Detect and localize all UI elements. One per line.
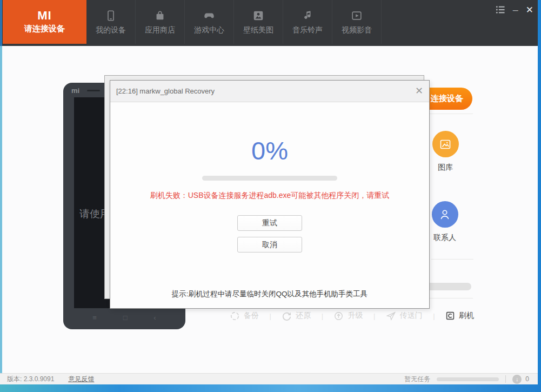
window-edge-left <box>0 46 2 373</box>
retry-button[interactable]: 重试 <box>237 215 302 231</box>
tab-wallpapers[interactable]: 壁纸美图 <box>234 0 283 44</box>
task-progress-bar <box>437 377 499 381</box>
dialog-title: [22:16] markw_global Recovery <box>116 81 215 102</box>
dialog-titlebar[interactable]: [22:16] markw_global Recovery ✕ <box>110 81 429 102</box>
top-nav-bar: MI 请连接设备 我的设备 应用商店 游戏中心 <box>0 0 541 46</box>
window-edge-right <box>538 0 541 384</box>
tab-connect-device-label: 请连接设备 <box>24 24 65 34</box>
tab-label: 视频影音 <box>342 25 372 35</box>
paper-plane-icon <box>386 311 396 321</box>
upgrade-icon <box>333 311 344 321</box>
tab-music[interactable]: 音乐铃声 <box>283 0 332 44</box>
divider <box>505 375 506 383</box>
no-task-label: 暂无任务 <box>404 375 430 384</box>
phone-mi-logo: mi <box>71 87 79 95</box>
video-icon <box>351 9 363 22</box>
progress-percent: 0% <box>110 136 429 165</box>
toolbar-separator: | <box>433 312 435 320</box>
version-label: 版本: 2.3.0.9091 <box>7 375 54 384</box>
sidebar-item-gallery[interactable]: 图库 <box>424 131 467 172</box>
toolbar-restore-button[interactable]: 还原 <box>282 311 311 321</box>
tab-connect-device[interactable]: MI 请连接设备 <box>3 0 86 44</box>
wallpaper-icon <box>252 9 264 22</box>
tab-label: 壁纸美图 <box>243 25 273 35</box>
bottom-toolbar: 备份 | 还原 | 升级 | 传送门 | 刷机 <box>230 308 474 323</box>
toolbar-label: 备份 <box>244 311 259 321</box>
tab-app-store[interactable]: 应用商店 <box>136 0 185 44</box>
phone-back-icon: ‹ <box>153 314 156 322</box>
phone-home-icon: □ <box>123 314 128 322</box>
person-icon <box>438 208 452 222</box>
toolbar-label: 传送门 <box>400 311 423 321</box>
gallery-circle <box>432 131 459 157</box>
toolbar-separator: | <box>322 312 323 320</box>
flash-progress-dialog: [22:16] markw_global Recovery ✕ 0% 刷机失败：… <box>110 80 430 309</box>
taskbar-strip <box>0 384 541 392</box>
phone-speaker <box>87 90 100 91</box>
toolbar-separator: | <box>269 312 271 320</box>
tab-label: 我的设备 <box>96 25 126 35</box>
download-icon[interactable]: ↓ <box>512 375 522 384</box>
restore-icon <box>282 311 292 321</box>
phone-icon <box>105 9 117 22</box>
toolbar-label: 还原 <box>296 311 311 321</box>
mi-logo: MI <box>37 10 51 22</box>
app-window: MI 请连接设备 我的设备 应用商店 游戏中心 <box>0 0 541 392</box>
nav-tabs: 我的设备 应用商店 游戏中心 壁纸美图 <box>86 0 382 44</box>
bag-icon <box>154 9 166 22</box>
minimize-button[interactable]: – <box>513 4 518 15</box>
toolbar-label: 刷机 <box>459 311 474 321</box>
toolbar-flash-button[interactable]: 刷机 <box>445 311 474 321</box>
window-controls: – ✕ <box>496 4 533 15</box>
window-edge-left-top <box>0 0 2 46</box>
download-count: 0 <box>525 375 529 383</box>
dialog-body: 0% 刷机失败：USB设备连接服务进程adb.exe可能被其他程序关闭，请重试 … <box>110 102 429 309</box>
sidebar-item-label: 图库 <box>424 163 467 172</box>
dialog-hint: 提示:刷机过程中请尽量临时关闭QQ以及其他手机助手类工具 <box>110 289 429 299</box>
flash-icon <box>445 311 455 321</box>
music-icon <box>302 9 313 22</box>
toolbar-label: 升级 <box>348 311 363 321</box>
error-message: 刷机失败：USB设备连接服务进程adb.exe可能被其他程序关闭，请重试 <box>110 191 429 201</box>
tasklist-icon[interactable] <box>496 4 505 15</box>
tab-video[interactable]: 视频影音 <box>332 0 382 44</box>
dialog-close-icon[interactable]: ✕ <box>415 85 423 96</box>
toolbar-upgrade-button[interactable]: 升级 <box>333 311 363 321</box>
contacts-circle <box>432 201 458 228</box>
toolbar-separator: | <box>373 312 375 320</box>
toolbar-portal-button[interactable]: 传送门 <box>386 311 423 321</box>
feedback-link[interactable]: 意见反馈 <box>68 375 94 384</box>
divider <box>430 298 473 298</box>
close-button[interactable]: ✕ <box>526 4 533 15</box>
tab-game-center[interactable]: 游戏中心 <box>185 0 234 44</box>
divider <box>429 114 473 114</box>
sidebar-item-contacts[interactable]: 联系人 <box>423 201 466 243</box>
image-icon <box>439 138 452 151</box>
tab-label: 游戏中心 <box>194 25 224 35</box>
status-bar: 版本: 2.3.0.9091 意见反馈 暂无任务 ↓ 0 <box>0 373 541 384</box>
phone-nav-buttons: ≡ □ ‹ <box>63 314 185 322</box>
tab-my-device[interactable]: 我的设备 <box>86 0 136 44</box>
tab-label: 应用商店 <box>145 25 175 35</box>
task-status: 暂无任务 ↓ 0 <box>404 375 529 384</box>
gamepad-icon <box>203 9 216 22</box>
cancel-button[interactable]: 取消 <box>237 237 302 253</box>
progress-bar <box>202 176 337 181</box>
toolbar-backup-button[interactable]: 备份 <box>230 311 259 321</box>
divider <box>431 259 473 260</box>
backup-icon <box>230 311 240 321</box>
sidebar-item-label: 联系人 <box>423 233 466 243</box>
phone-menu-icon: ≡ <box>92 314 97 322</box>
tab-label: 音乐铃声 <box>292 25 323 35</box>
